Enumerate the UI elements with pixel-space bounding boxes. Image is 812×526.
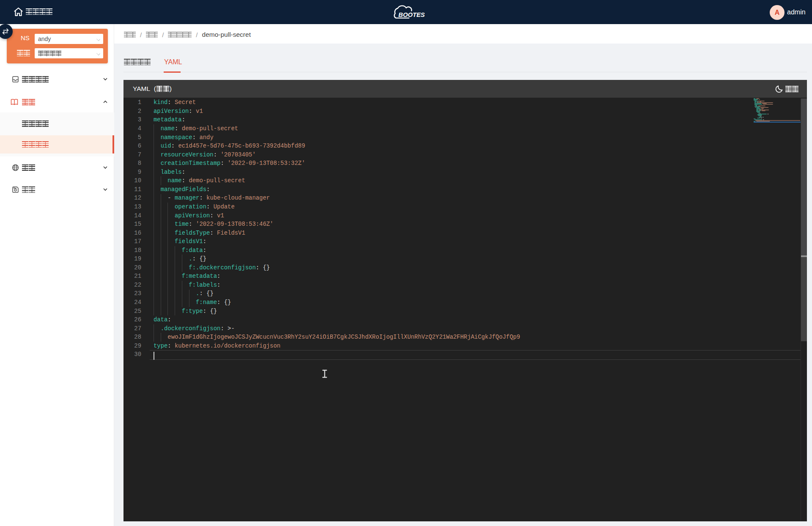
svg-text:BOOTES: BOOTES <box>398 11 425 18</box>
